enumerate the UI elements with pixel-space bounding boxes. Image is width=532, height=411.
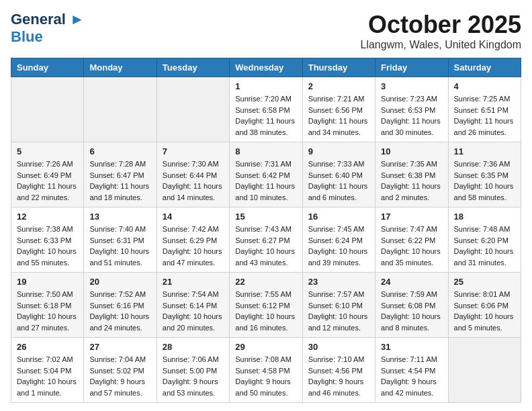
day-info: Sunrise: 7:36 AM Sunset: 6:35 PM Dayligh… (454, 158, 515, 203)
logo-text: General ► Blue (11, 11, 85, 46)
day-info: Sunrise: 7:55 AM Sunset: 6:12 PM Dayligh… (235, 289, 296, 333)
calendar-cell: 19Sunrise: 7:50 AM Sunset: 6:18 PM Dayli… (11, 273, 84, 338)
day-info: Sunrise: 7:45 AM Sunset: 6:24 PM Dayligh… (308, 224, 369, 268)
day-info: Sunrise: 7:35 AM Sunset: 6:38 PM Dayligh… (381, 158, 442, 203)
day-number: 22 (235, 277, 296, 287)
title-section: October 2025 Llangwm, Wales, United King… (360, 11, 521, 51)
calendar-cell: 30Sunrise: 7:10 AM Sunset: 4:56 PM Dayli… (302, 338, 375, 403)
day-info: Sunrise: 7:54 AM Sunset: 6:14 PM Dayligh… (163, 289, 224, 333)
day-number: 31 (381, 342, 442, 352)
calendar-cell: 12Sunrise: 7:38 AM Sunset: 6:33 PM Dayli… (11, 208, 84, 273)
day-number: 5 (17, 146, 78, 156)
day-number: 19 (17, 277, 78, 287)
calendar-cell: 8Sunrise: 7:31 AM Sunset: 6:42 PM Daylig… (230, 142, 302, 208)
day-info: Sunrise: 7:25 AM Sunset: 6:51 PM Dayligh… (454, 93, 515, 138)
day-number: 25 (454, 277, 515, 287)
day-info: Sunrise: 7:59 AM Sunset: 6:08 PM Dayligh… (381, 289, 442, 333)
day-info: Sunrise: 7:33 AM Sunset: 6:40 PM Dayligh… (308, 158, 369, 203)
calendar-cell: 5Sunrise: 7:26 AM Sunset: 6:49 PM Daylig… (11, 142, 84, 208)
day-number: 24 (381, 277, 442, 287)
week-row-3: 12Sunrise: 7:38 AM Sunset: 6:33 PM Dayli… (11, 208, 521, 273)
calendar-cell: 13Sunrise: 7:40 AM Sunset: 6:31 PM Dayli… (84, 208, 157, 273)
day-number: 13 (89, 212, 150, 222)
calendar-cell: 23Sunrise: 7:57 AM Sunset: 6:10 PM Dayli… (302, 273, 375, 338)
day-info: Sunrise: 7:40 AM Sunset: 6:31 PM Dayligh… (89, 224, 150, 268)
day-info: Sunrise: 7:48 AM Sunset: 6:20 PM Dayligh… (454, 224, 515, 268)
calendar-cell: 15Sunrise: 7:43 AM Sunset: 6:27 PM Dayli… (230, 208, 302, 273)
day-number: 23 (308, 277, 369, 287)
day-number: 21 (163, 277, 224, 287)
day-info: Sunrise: 7:38 AM Sunset: 6:33 PM Dayligh… (17, 224, 78, 268)
calendar-cell: 7Sunrise: 7:30 AM Sunset: 6:44 PM Daylig… (157, 142, 229, 208)
weekday-header-friday: Friday (375, 58, 448, 77)
calendar: SundayMondayTuesdayWednesdayThursdayFrid… (11, 58, 521, 403)
day-number: 3 (381, 81, 442, 91)
day-number: 16 (308, 212, 369, 222)
weekday-header-saturday: Saturday (448, 58, 521, 77)
day-number: 7 (163, 146, 224, 156)
calendar-cell: 14Sunrise: 7:42 AM Sunset: 6:29 PM Dayli… (157, 208, 229, 273)
calendar-cell: 26Sunrise: 7:02 AM Sunset: 5:04 PM Dayli… (11, 338, 84, 403)
day-info: Sunrise: 7:11 AM Sunset: 4:54 PM Dayligh… (381, 354, 442, 398)
weekday-header-monday: Monday (84, 58, 157, 77)
weekday-header-wednesday: Wednesday (230, 58, 302, 77)
calendar-cell: 6Sunrise: 7:28 AM Sunset: 6:47 PM Daylig… (84, 142, 157, 208)
calendar-cell: 10Sunrise: 7:35 AM Sunset: 6:38 PM Dayli… (375, 142, 448, 208)
day-number: 27 (89, 342, 150, 352)
day-info: Sunrise: 7:10 AM Sunset: 4:56 PM Dayligh… (308, 354, 369, 398)
day-info: Sunrise: 7:57 AM Sunset: 6:10 PM Dayligh… (308, 289, 369, 333)
day-number: 15 (235, 212, 296, 222)
calendar-cell: 25Sunrise: 8:01 AM Sunset: 6:06 PM Dayli… (448, 273, 521, 338)
day-number: 29 (235, 342, 296, 352)
calendar-cell: 20Sunrise: 7:52 AM Sunset: 6:16 PM Dayli… (84, 273, 157, 338)
calendar-cell (157, 77, 229, 142)
day-info: Sunrise: 7:08 AM Sunset: 4:58 PM Dayligh… (235, 354, 296, 398)
week-row-4: 19Sunrise: 7:50 AM Sunset: 6:18 PM Dayli… (11, 273, 521, 338)
calendar-cell (84, 77, 157, 142)
day-info: Sunrise: 7:30 AM Sunset: 6:44 PM Dayligh… (163, 158, 224, 203)
day-number: 28 (163, 342, 224, 352)
day-number: 14 (163, 212, 224, 222)
calendar-cell: 2Sunrise: 7:21 AM Sunset: 6:56 PM Daylig… (302, 77, 375, 142)
weekday-header-tuesday: Tuesday (157, 58, 229, 77)
week-row-5: 26Sunrise: 7:02 AM Sunset: 5:04 PM Dayli… (11, 338, 521, 403)
calendar-cell: 27Sunrise: 7:04 AM Sunset: 5:02 PM Dayli… (84, 338, 157, 403)
day-info: Sunrise: 7:43 AM Sunset: 6:27 PM Dayligh… (235, 224, 296, 268)
calendar-cell: 18Sunrise: 7:48 AM Sunset: 6:20 PM Dayli… (448, 208, 521, 273)
calendar-cell: 24Sunrise: 7:59 AM Sunset: 6:08 PM Dayli… (375, 273, 448, 338)
day-number: 30 (308, 342, 369, 352)
calendar-cell (11, 77, 84, 142)
day-info: Sunrise: 7:28 AM Sunset: 6:47 PM Dayligh… (89, 158, 150, 203)
page-header: General ► Blue October 2025 Llangwm, Wal… (11, 11, 521, 51)
location: Llangwm, Wales, United Kingdom (360, 39, 521, 51)
day-info: Sunrise: 7:52 AM Sunset: 6:16 PM Dayligh… (89, 289, 150, 333)
day-info: Sunrise: 7:50 AM Sunset: 6:18 PM Dayligh… (17, 289, 78, 333)
weekday-header-thursday: Thursday (302, 58, 375, 77)
day-number: 1 (235, 81, 296, 91)
day-number: 2 (308, 81, 369, 91)
day-number: 10 (381, 146, 442, 156)
day-number: 9 (308, 146, 369, 156)
day-number: 6 (89, 146, 150, 156)
calendar-cell: 28Sunrise: 7:06 AM Sunset: 5:00 PM Dayli… (157, 338, 229, 403)
calendar-cell: 4Sunrise: 7:25 AM Sunset: 6:51 PM Daylig… (448, 77, 521, 142)
day-number: 4 (454, 81, 515, 91)
calendar-cell (448, 338, 521, 403)
weekday-header-row: SundayMondayTuesdayWednesdayThursdayFrid… (11, 58, 521, 77)
day-number: 8 (235, 146, 296, 156)
day-info: Sunrise: 7:20 AM Sunset: 6:58 PM Dayligh… (235, 93, 296, 138)
day-info: Sunrise: 7:23 AM Sunset: 6:53 PM Dayligh… (381, 93, 442, 138)
day-info: Sunrise: 7:31 AM Sunset: 6:42 PM Dayligh… (235, 158, 296, 203)
week-row-2: 5Sunrise: 7:26 AM Sunset: 6:49 PM Daylig… (11, 142, 521, 208)
day-info: Sunrise: 8:01 AM Sunset: 6:06 PM Dayligh… (454, 289, 515, 333)
calendar-cell: 11Sunrise: 7:36 AM Sunset: 6:35 PM Dayli… (448, 142, 521, 208)
day-info: Sunrise: 7:21 AM Sunset: 6:56 PM Dayligh… (308, 93, 369, 138)
calendar-cell: 22Sunrise: 7:55 AM Sunset: 6:12 PM Dayli… (230, 273, 302, 338)
day-number: 20 (89, 277, 150, 287)
calendar-cell: 16Sunrise: 7:45 AM Sunset: 6:24 PM Dayli… (302, 208, 375, 273)
calendar-cell: 31Sunrise: 7:11 AM Sunset: 4:54 PM Dayli… (375, 338, 448, 403)
day-number: 12 (17, 212, 78, 222)
calendar-cell: 29Sunrise: 7:08 AM Sunset: 4:58 PM Dayli… (230, 338, 302, 403)
logo: General ► Blue (11, 11, 85, 46)
day-number: 17 (381, 212, 442, 222)
